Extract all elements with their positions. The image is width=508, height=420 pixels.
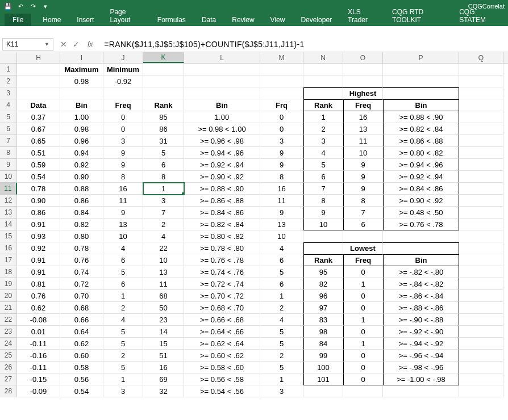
cell[interactable]: 13 (260, 219, 303, 230)
cell[interactable] (459, 75, 503, 87)
cell[interactable] (459, 266, 503, 278)
cell[interactable]: 0.51 (17, 147, 60, 159)
cell[interactable]: 7 (343, 207, 383, 219)
label-maximum[interactable]: Maximum (60, 64, 103, 75)
cell[interactable]: 5 (260, 338, 303, 350)
row-header[interactable]: 8 (0, 147, 17, 159)
cell[interactable]: 5 (143, 147, 184, 159)
cell[interactable]: 0.82 (60, 219, 103, 230)
selected-cell[interactable]: 1 (143, 183, 184, 195)
row-header[interactable]: 21 (0, 302, 17, 314)
tab-file[interactable]: File (5, 14, 31, 26)
cell[interactable]: >= 0.58 < .60 (184, 362, 260, 373)
cell[interactable]: 8 (103, 171, 143, 183)
cell[interactable]: >= 0.94 < .96 (184, 147, 260, 159)
cell[interactable]: 23 (143, 314, 184, 326)
cell[interactable] (383, 230, 459, 242)
cell[interactable] (459, 338, 503, 350)
tab-xls-trader[interactable]: XLS Trader (340, 6, 384, 26)
cell[interactable]: >= 0.48 < .50 (383, 207, 459, 219)
cell[interactable] (143, 75, 184, 87)
cell[interactable] (459, 87, 503, 99)
cell[interactable] (260, 87, 303, 99)
cell[interactable]: 0 (343, 350, 383, 362)
cell[interactable] (459, 99, 503, 111)
cell[interactable]: >= 0.94 < .96 (383, 159, 459, 171)
cell[interactable]: 16 (103, 183, 143, 195)
cell[interactable] (383, 385, 459, 397)
cell[interactable]: 4 (260, 242, 303, 254)
select-all-corner[interactable] (0, 52, 17, 63)
cell[interactable]: 5 (103, 362, 143, 373)
label-bin-p[interactable]: Bin (383, 99, 459, 111)
cell[interactable]: 10 (303, 219, 343, 230)
cell[interactable]: >= 0.70 < .72 (184, 290, 260, 302)
cell[interactable]: 0.93 (17, 230, 60, 242)
cell[interactable]: 0 (103, 111, 143, 123)
cell[interactable]: 101 (303, 373, 343, 385)
cell[interactable]: 9 (343, 171, 383, 183)
cell[interactable]: >= 0.62 < .64 (184, 338, 260, 350)
cell[interactable] (459, 147, 503, 159)
row-header[interactable]: 2 (0, 75, 17, 87)
cell[interactable]: 0.86 (17, 207, 60, 219)
cell[interactable] (260, 75, 303, 87)
cell[interactable] (260, 64, 303, 75)
cell[interactable]: 5 (103, 338, 143, 350)
label-highest[interactable]: Highest (343, 87, 383, 99)
col-header[interactable]: K (143, 52, 184, 63)
cell[interactable] (383, 242, 459, 254)
cell[interactable] (383, 87, 459, 99)
cell[interactable]: -0.16 (17, 350, 60, 362)
cell[interactable]: 5 (260, 362, 303, 373)
cell[interactable] (303, 64, 343, 75)
cell[interactable] (303, 385, 343, 397)
cell[interactable] (459, 314, 503, 326)
cell[interactable]: 11 (143, 278, 184, 290)
cell[interactable]: 3 (103, 135, 143, 147)
cell[interactable]: -0.15 (17, 373, 60, 385)
col-header[interactable]: O (343, 52, 383, 63)
cell[interactable]: 0.65 (17, 135, 60, 147)
col-header[interactable]: Q (459, 52, 503, 63)
cell[interactable]: 2 (103, 350, 143, 362)
cell[interactable]: >= 0.84 < .86 (184, 207, 260, 219)
cell[interactable]: 0.59 (17, 159, 60, 171)
cell[interactable]: 3 (303, 135, 343, 147)
cell[interactable]: 99 (303, 350, 343, 362)
row-header[interactable]: 15 (0, 230, 17, 242)
label-rank[interactable]: Rank (143, 99, 184, 111)
cell[interactable]: >= -.84 < -.82 (383, 278, 459, 290)
cell[interactable] (383, 64, 459, 75)
cell[interactable]: 10 (103, 230, 143, 242)
cell[interactable]: 0.64 (60, 326, 103, 338)
row-header[interactable]: 26 (0, 362, 17, 373)
row-header[interactable]: 3 (0, 87, 17, 99)
cell[interactable] (184, 64, 260, 75)
row-header[interactable]: 11 (0, 183, 17, 195)
cell[interactable] (459, 207, 503, 219)
cell[interactable]: 0.62 (60, 338, 103, 350)
cell[interactable]: >= 0.74 < .76 (184, 266, 260, 278)
cell[interactable]: 0.76 (60, 254, 103, 266)
cell[interactable]: 32 (143, 385, 184, 397)
cell[interactable] (459, 385, 503, 397)
cell[interactable]: 0 (260, 123, 303, 135)
cell[interactable] (303, 75, 343, 87)
cell[interactable]: 16 (143, 362, 184, 373)
cell[interactable]: 9 (103, 207, 143, 219)
cell[interactable] (459, 64, 503, 75)
cell[interactable]: >= -.90 < -.88 (383, 314, 459, 326)
undo-icon[interactable]: ↶ (16, 2, 25, 11)
cell[interactable]: 96 (303, 290, 343, 302)
cell[interactable] (60, 87, 103, 99)
tab-cqg-rtd[interactable]: CQG RTD TOOLKIT (384, 6, 451, 26)
cell[interactable]: 16 (343, 111, 383, 123)
col-header[interactable]: H (17, 52, 60, 63)
cell[interactable]: 0.91 (17, 219, 60, 230)
tab-developer[interactable]: Developer (293, 14, 340, 26)
cell[interactable]: 1 (260, 373, 303, 385)
row-header[interactable]: 10 (0, 171, 17, 183)
cell[interactable]: >= 0.76 < .78 (383, 219, 459, 230)
cell[interactable]: 2 (260, 302, 303, 314)
